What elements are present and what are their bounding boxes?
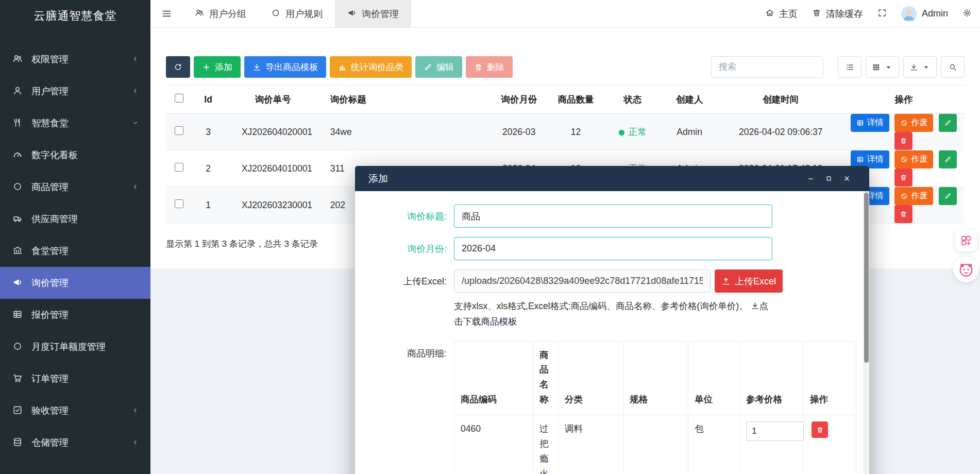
- product-detail-table: 商品编码 商品名称 分类 规格 单位 参考价格 操作 0460 过把瘾火锅底 调…: [454, 341, 856, 474]
- cell-creator: Admin: [661, 114, 719, 150]
- sidebar-item-warehouse[interactable]: 仓储管理: [0, 427, 150, 459]
- void-button[interactable]: 作废: [894, 150, 933, 168]
- grid-icon: [872, 63, 881, 72]
- clear-cache-link[interactable]: 清除缓存: [812, 8, 863, 20]
- chevron-left-icon: [131, 55, 139, 64]
- stats-button[interactable]: 统计询价品类: [330, 56, 412, 78]
- export-dropdown-button[interactable]: [903, 56, 937, 78]
- delete-row-button[interactable]: [894, 205, 913, 223]
- maximize-icon: [825, 175, 833, 182]
- detail-button[interactable]: 详情: [851, 114, 889, 132]
- upload-excel-label: 上传Excel:: [376, 275, 447, 287]
- export-template-button[interactable]: 导出商品模板: [244, 56, 326, 78]
- menu-toggle-button[interactable]: [150, 0, 182, 27]
- sidebar-item-canteens[interactable]: 食堂管理: [0, 235, 150, 267]
- search-icon: [949, 63, 957, 72]
- status-dot: [619, 130, 624, 136]
- sidebar-item-orders[interactable]: 订单管理: [0, 363, 150, 395]
- chevron-left-icon: [131, 407, 139, 415]
- refresh-icon: [174, 63, 182, 72]
- floating-mascot-widget[interactable]: [953, 257, 979, 282]
- delete-row-button[interactable]: [894, 132, 913, 150]
- row-checkbox[interactable]: [175, 199, 183, 208]
- header-created-at: 创建时间: [719, 86, 843, 114]
- close-button[interactable]: [838, 171, 855, 187]
- sidebar-item-users[interactable]: 用户管理: [0, 75, 150, 107]
- edit-row-button[interactable]: [939, 187, 957, 205]
- circle-icon: [271, 8, 280, 19]
- app-title: 云膳通智慧食堂: [0, 0, 150, 32]
- search-input[interactable]: [711, 56, 823, 78]
- topbar-tabs: 用户分组 用户规则 询价管理: [182, 0, 411, 27]
- minimize-button[interactable]: [802, 171, 819, 187]
- tab-label: 用户分组: [209, 8, 246, 20]
- plus-icon: [202, 63, 211, 72]
- bar-chart-icon: [338, 63, 347, 72]
- refresh-button[interactable]: [166, 56, 190, 78]
- edit-row-button[interactable]: [939, 114, 957, 132]
- detail-header-category: 分类: [559, 341, 623, 415]
- row-checkbox[interactable]: [175, 126, 183, 135]
- inquiry-month-input[interactable]: [454, 237, 772, 260]
- sidebar-item-permissions[interactable]: 权限管理: [0, 43, 150, 75]
- tab-label: 询价管理: [362, 8, 399, 20]
- tab-user-rules[interactable]: 用户规则: [259, 0, 335, 27]
- modal-scrollbar-thumb[interactable]: [864, 193, 869, 363]
- price-input[interactable]: [746, 421, 804, 441]
- sidebar-nav: 权限管理 用户管理 智慧食堂 数字化看板 商品管理: [0, 32, 150, 474]
- detail-cell-spec: [623, 415, 688, 474]
- cell-id: 2: [192, 150, 224, 187]
- sidebar-item-quotation[interactable]: 报价管理: [0, 299, 150, 331]
- sidebar-item-products[interactable]: 商品管理: [0, 171, 150, 203]
- user-icon: [11, 86, 24, 97]
- edit-row-button[interactable]: [939, 150, 957, 168]
- excel-path-input[interactable]: [454, 269, 711, 293]
- user-menu[interactable]: Admin: [901, 6, 948, 22]
- tab-user-groups[interactable]: 用户分组: [182, 0, 259, 27]
- cell-order-no: XJ202604020001: [224, 114, 322, 150]
- avatar: [901, 6, 917, 22]
- trash-icon: [474, 63, 483, 72]
- select-all-checkbox[interactable]: [175, 94, 183, 103]
- maximize-button[interactable]: [820, 171, 837, 187]
- sidebar-item-label: 仓储管理: [31, 436, 69, 449]
- inquiry-title-input[interactable]: [454, 205, 772, 228]
- sidebar-item-inquiry[interactable]: 询价管理: [0, 267, 150, 299]
- header-id: Id: [192, 86, 224, 114]
- void-button[interactable]: 作废: [894, 187, 933, 205]
- close-icon: [843, 175, 851, 182]
- sidebar-item-suppliers[interactable]: 供应商管理: [0, 203, 150, 235]
- cell-id: 3: [192, 114, 224, 150]
- delete-detail-row-button[interactable]: [812, 421, 828, 438]
- upload-excel-button[interactable]: 上传Excel: [715, 269, 783, 293]
- delete-button-toolbar[interactable]: 删除: [466, 56, 513, 78]
- edit-button-toolbar[interactable]: 编辑: [415, 56, 462, 78]
- tab-label: 用户规则: [285, 8, 323, 20]
- sidebar-item-label: 询价管理: [31, 277, 69, 289]
- window-buttons: [802, 171, 855, 187]
- minimize-icon: [807, 175, 815, 182]
- columns-dropdown-button[interactable]: [866, 56, 899, 78]
- search-button[interactable]: [941, 56, 965, 78]
- void-button[interactable]: 作废: [894, 114, 933, 132]
- pencil-icon: [944, 156, 952, 163]
- download-icon: [909, 63, 918, 72]
- add-button[interactable]: 添加: [194, 56, 241, 78]
- tab-inquiry[interactable]: 询价管理: [335, 0, 411, 27]
- table-toolbar: 添加 导出商品模板 统计询价品类 编辑 删除: [166, 56, 965, 78]
- pencil-icon: [944, 192, 952, 200]
- sidebar-item-digital-dashboard[interactable]: 数字化看板: [0, 139, 150, 171]
- fullscreen-button[interactable]: [877, 8, 887, 19]
- floating-miniapp-widget[interactable]: [955, 230, 977, 251]
- delete-row-button[interactable]: [894, 168, 913, 187]
- modal-header[interactable]: 添加: [355, 166, 869, 191]
- home-link[interactable]: 主页: [765, 8, 798, 20]
- row-checkbox[interactable]: [175, 163, 183, 172]
- cell-title: 34we: [322, 114, 491, 150]
- detail-cell-category: 调料: [559, 415, 623, 474]
- sidebar-item-acceptance[interactable]: 验收管理: [0, 395, 150, 427]
- sidebar-item-monthly-quota[interactable]: 月度订单额度管理: [0, 331, 150, 363]
- settings-button[interactable]: [962, 8, 972, 19]
- sidebar-item-smart-canteen[interactable]: 智慧食堂: [0, 107, 150, 139]
- toggle-view-button[interactable]: [838, 56, 861, 78]
